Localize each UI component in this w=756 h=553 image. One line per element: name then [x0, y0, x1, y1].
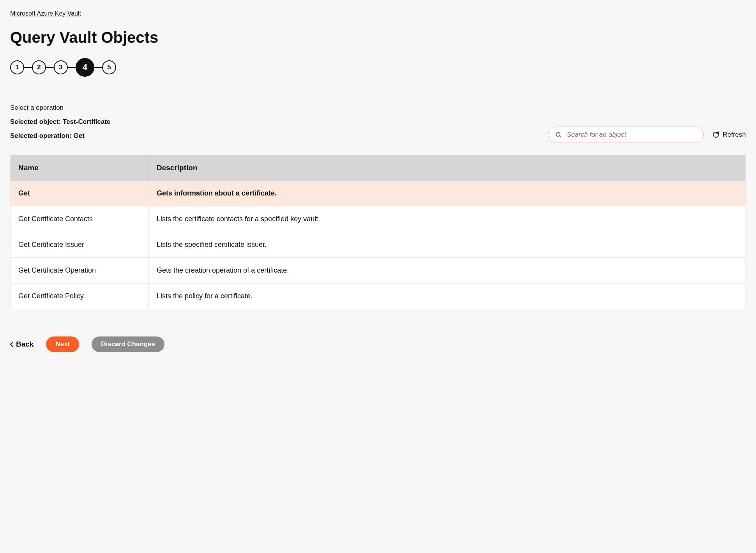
step-4[interactable]: 4 — [76, 58, 94, 77]
table-row[interactable]: GetGets information about a certificate. — [11, 181, 746, 206]
search-field-wrap[interactable] — [548, 127, 704, 143]
cell-description: Gets the creation operation of a certifi… — [149, 258, 746, 284]
back-button[interactable]: Back — [10, 340, 34, 349]
svg-line-1 — [560, 136, 561, 137]
step-3[interactable]: 3 — [54, 60, 68, 74]
operations-table: Name Description GetGets information abo… — [10, 155, 746, 309]
step-5[interactable]: 5 — [102, 60, 116, 74]
selected-object: Selected object: Test-Certificate — [10, 118, 746, 126]
search-input[interactable] — [567, 131, 696, 139]
cell-name: Get Certificate Operation — [11, 258, 149, 284]
refresh-icon — [712, 131, 719, 138]
step-2[interactable]: 2 — [32, 60, 46, 74]
next-button[interactable]: Next — [46, 336, 79, 352]
col-header-description: Description — [149, 155, 746, 181]
stepper: 12345 — [10, 58, 746, 77]
step-connector — [94, 67, 102, 68]
page-title: Query Vault Objects — [10, 29, 746, 46]
refresh-button[interactable]: Refresh — [712, 131, 746, 139]
breadcrumb-link[interactable]: Microsoft Azure Key Vault — [10, 10, 81, 17]
cell-name: Get Certificate Issuer — [11, 232, 149, 258]
step-connector — [68, 67, 76, 68]
step-connector — [24, 67, 32, 68]
cell-name: Get Certificate Contacts — [11, 206, 149, 232]
prompt-text: Select a operation — [10, 104, 746, 112]
col-header-name: Name — [11, 155, 149, 181]
cell-name: Get — [11, 181, 149, 206]
chevron-left-icon — [10, 342, 14, 347]
table-row[interactable]: Get Certificate ContactsLists the certif… — [11, 206, 746, 232]
back-label: Back — [16, 340, 34, 349]
step-connector — [46, 67, 54, 68]
cell-description: Gets information about a certificate. — [149, 181, 746, 206]
table-row[interactable]: Get Certificate IssuerLists the specifie… — [11, 232, 746, 258]
search-icon — [555, 132, 562, 138]
cell-description: Lists the specified certificate issuer. — [149, 232, 746, 258]
cell-description: Lists the certificate contacts for a spe… — [149, 206, 746, 232]
cell-name: Get Certificate Policy — [11, 284, 149, 309]
table-row[interactable]: Get Certificate OperationGets the creati… — [11, 258, 746, 284]
table-row[interactable]: Get Certificate PolicyLists the policy f… — [11, 284, 746, 309]
svg-point-0 — [556, 132, 560, 136]
step-1[interactable]: 1 — [10, 60, 24, 74]
refresh-label: Refresh — [722, 131, 746, 139]
discard-button[interactable]: Discard Changes — [92, 336, 164, 352]
cell-description: Lists the policy for a certificate. — [149, 284, 746, 309]
